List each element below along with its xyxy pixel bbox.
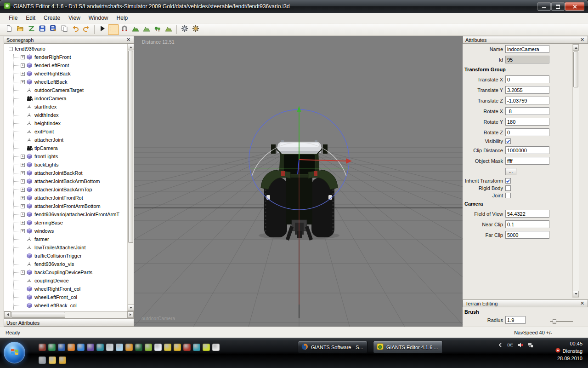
tree-item-wheelrightback[interactable]: +wheelRightBack [4, 69, 127, 78]
editor-settings-button[interactable] [190, 24, 201, 35]
open-button[interactable] [15, 24, 26, 35]
app-teal-icon[interactable] [96, 344, 104, 351]
chat-icon[interactable] [48, 344, 56, 351]
app-cyan-icon[interactable] [193, 344, 200, 351]
rigid-body-checkbox[interactable] [505, 185, 511, 191]
show-desktop-icon[interactable] [106, 344, 113, 351]
slider-handle[interactable] [553, 319, 556, 324]
tree-expander[interactable]: + [21, 80, 25, 84]
scrollbar-thumb[interactable] [128, 51, 133, 243]
visibility-checkbox[interactable] [505, 138, 511, 144]
menu-file[interactable]: File [5, 13, 22, 23]
tree-item-windows[interactable]: +windows [4, 227, 127, 235]
maximize-button[interactable] [551, 2, 565, 11]
scenegraph-close-icon[interactable]: ✕ [125, 37, 131, 43]
hidden-icons-button[interactable] [497, 341, 503, 348]
tree-expander[interactable]: + [21, 229, 25, 233]
reload-button[interactable] [26, 24, 37, 35]
translate-x-input[interactable] [505, 75, 549, 83]
scenegraph-horizontal-scrollbar[interactable] [4, 311, 134, 319]
inherit-transform-checkbox[interactable] [505, 178, 511, 184]
tree-expander[interactable]: + [21, 55, 25, 59]
tree-expander[interactable]: - [9, 47, 13, 51]
object-mask-input[interactable] [505, 157, 549, 165]
tree-expander[interactable]: + [21, 72, 25, 76]
tree-item-fendt936vario-vis[interactable]: fendt936vario_vis [4, 260, 127, 268]
tree-expander[interactable]: + [21, 63, 25, 68]
scroll-down-button[interactable] [128, 305, 134, 311]
tree-expander[interactable]: + [21, 196, 25, 200]
app-red-icon[interactable] [183, 344, 191, 351]
far-clip-input[interactable] [505, 231, 549, 239]
tree-item-wheelleftback-col[interactable]: wheelLeftBack_col [4, 301, 127, 310]
language-indicator[interactable]: DE [507, 341, 514, 348]
volume-muted-icon[interactable] [517, 341, 524, 348]
radius-input[interactable] [505, 316, 526, 324]
color-grid-icon[interactable] [164, 344, 171, 351]
tree-item-fendt936vario-attacherjointfrontarmt[interactable]: +fendt936vario|attacherJointFrontArmT [4, 210, 127, 218]
taskbar-clock[interactable]: 00:45 Dienstag 28.09.2010 [547, 340, 582, 362]
menu-help[interactable]: Help [113, 13, 132, 23]
app-darkgreen-icon[interactable] [135, 344, 142, 351]
firefox-icon[interactable] [68, 344, 75, 351]
clip-distance-input[interactable] [505, 146, 549, 154]
tree-expander[interactable]: + [21, 221, 25, 225]
tree-expander[interactable]: + [21, 171, 25, 175]
rotate-z-input[interactable] [505, 128, 549, 136]
new-button[interactable] [4, 24, 15, 35]
menu-edit[interactable]: Edit [22, 13, 40, 23]
select-tool-button[interactable] [108, 24, 119, 35]
tree-expander[interactable]: + [21, 270, 25, 275]
tree-item-wheelleftback[interactable]: +wheelLeftBack [4, 78, 127, 86]
update-notification-icon[interactable] [555, 347, 560, 355]
object-mask-options-button[interactable]: ... [505, 168, 516, 175]
terrain-sculpt-button[interactable] [130, 24, 141, 35]
tree-item-lowtrailerattacherjoint[interactable]: lowTrailerAttacherJoint [4, 243, 127, 252]
terrain-detail-button[interactable] [163, 24, 174, 35]
tree-item-backlights[interactable]: +backLights [4, 161, 127, 169]
folder-icon[interactable] [49, 356, 56, 364]
snowflake-icon[interactable] [116, 344, 123, 351]
internet-explorer-icon[interactable] [77, 344, 85, 351]
app-orange-icon[interactable] [125, 344, 133, 351]
attr-scrollbar-thumb[interactable] [573, 52, 578, 87]
printer-icon[interactable] [39, 356, 46, 364]
name-input[interactable] [505, 45, 549, 53]
tree-item-outdoorcameratarget[interactable]: outdoorCameraTarget [4, 86, 127, 94]
save-as-button[interactable] [48, 24, 59, 35]
render-settings-button[interactable] [179, 24, 190, 35]
tree-item-exitpoint[interactable]: exitPoint [4, 127, 127, 136]
scroll-left-button[interactable] [4, 311, 11, 318]
viewport[interactable]: Distance 12.51 outdoorCamera [134, 36, 463, 327]
attr-scroll-down-button[interactable] [573, 291, 579, 297]
save-button[interactable] [37, 24, 48, 35]
radius-slider[interactable] [550, 319, 573, 324]
attributes-scrollbar[interactable] [572, 44, 579, 298]
app-lime-icon[interactable] [145, 344, 152, 351]
tree-item-fendt936vario[interactable]: -fendt936vario [4, 45, 127, 53]
app-blue-icon[interactable] [58, 344, 65, 351]
snap-button[interactable] [119, 24, 130, 35]
tree-expander[interactable]: + [21, 155, 25, 159]
play-button[interactable] [97, 24, 108, 35]
viewport-canvas[interactable] [134, 36, 463, 327]
tree-item-indoorcamera[interactable]: indoorCamera [4, 94, 127, 103]
rotate-y-input[interactable] [505, 118, 549, 126]
tree-item-widthindex[interactable]: widthIndex [4, 111, 127, 119]
tree-item-attacherjointbackarmtop[interactable]: +attacherJointBackArmTop [4, 185, 127, 194]
translate-z-input[interactable] [505, 97, 549, 104]
menu-view[interactable]: View [64, 13, 85, 23]
scroll-up-button[interactable] [128, 44, 134, 50]
tree-expander[interactable]: + [21, 213, 25, 217]
menu-window[interactable]: Window [85, 13, 113, 23]
scenegraph-vertical-scrollbar[interactable] [127, 44, 134, 311]
rotate-x-input[interactable] [505, 107, 549, 115]
tree-expander[interactable]: + [21, 179, 25, 184]
scroll-right-button[interactable] [127, 311, 134, 318]
terrain-close-icon[interactable]: ✕ [579, 300, 585, 306]
menu-create[interactable]: Create [40, 13, 64, 23]
minimize-button[interactable] [537, 2, 551, 11]
documents-icon[interactable] [59, 356, 66, 364]
notes-icon[interactable] [212, 344, 220, 351]
tree-item-tipcamera[interactable]: tipCamera [4, 144, 127, 152]
